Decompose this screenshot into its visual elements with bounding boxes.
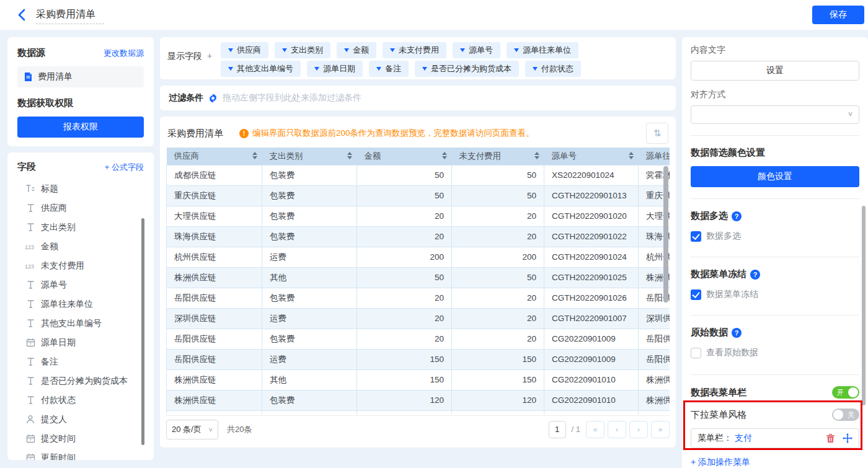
- column-header[interactable]: 未支付费用: [452, 148, 544, 165]
- datasource-item[interactable]: 费用清单: [17, 66, 144, 87]
- field-item[interactable]: 源单往来单位: [17, 294, 144, 314]
- sort-arrows-icon[interactable]: [347, 152, 352, 159]
- display-field-chip[interactable]: 源单往来单位: [507, 42, 578, 58]
- align-select[interactable]: ˅: [691, 105, 859, 124]
- display-field-chip[interactable]: 付款状态: [525, 61, 581, 77]
- field-item[interactable]: 备注: [17, 352, 144, 371]
- display-field-chip[interactable]: 备注: [369, 61, 409, 77]
- move-icon[interactable]: [843, 433, 852, 443]
- gear-icon[interactable]: [208, 94, 218, 103]
- field-item[interactable]: 供应商: [17, 198, 144, 218]
- content-text-settings-button[interactable]: 设置: [691, 61, 859, 81]
- table-row[interactable]: 重庆供应链包装费5050CGTH20220901013重庆供应链: [167, 185, 670, 206]
- add-formula-field-link[interactable]: + 公式字段: [105, 162, 144, 173]
- field-item[interactable]: 是否已分摊为购货成本: [17, 371, 144, 391]
- prev-page-button[interactable]: ‹: [608, 421, 626, 438]
- table-row[interactable]: 岳阳供应链包装费2020CG20220901009岳阳供应链: [167, 329, 670, 349]
- display-field-chip[interactable]: 支出类别: [275, 42, 330, 58]
- sort-arrows-icon[interactable]: [629, 152, 634, 159]
- menu-freeze-checkbox[interactable]: 数据菜单冻结: [691, 289, 859, 300]
- table-row[interactable]: 杭州供应链运费200200CGTH20220901024杭州供应链: [167, 247, 670, 267]
- field-item[interactable]: 其他支出单编号: [17, 314, 144, 333]
- table-vertical-scrollbar[interactable]: [663, 166, 668, 302]
- sort-arrows-icon[interactable]: [534, 152, 539, 159]
- chevron-down-icon: [344, 48, 349, 52]
- raw-data-checkbox[interactable]: 查看原始数据: [691, 347, 859, 358]
- display-field-chip[interactable]: 供应商: [221, 42, 268, 58]
- field-item[interactable]: 7源单日期: [17, 333, 144, 352]
- display-field-chip[interactable]: 是否已分摊为购货成本: [415, 61, 519, 77]
- field-item[interactable]: 支出类别: [17, 218, 144, 237]
- last-page-button[interactable]: »: [651, 421, 670, 438]
- table-row-clipped: [167, 410, 670, 414]
- field-item[interactable]: 7提交时间: [17, 429, 144, 448]
- display-field-chip[interactable]: 金额: [337, 42, 376, 58]
- table-cell: 株洲供应链: [639, 369, 670, 390]
- next-page-button[interactable]: ›: [629, 421, 648, 438]
- column-header[interactable]: 源单号: [544, 148, 639, 165]
- filter-panel[interactable]: 过滤条件 拖动左侧字段到此处来添加过滤条件: [160, 86, 676, 110]
- table-cell: 20: [357, 226, 452, 247]
- table-row[interactable]: 株洲供应链包装费120120CG20220901010株洲供应链: [167, 390, 670, 410]
- page-size-select[interactable]: 20 条/页 ˅: [166, 420, 218, 439]
- dropdown-style-toggle-off[interactable]: 关: [832, 408, 859, 421]
- report-designer-app: 采购费用清单 保存 数据源 更改数据源 费用清单 数据获取权限 报表权限 字段 …: [0, 0, 868, 468]
- table-row[interactable]: 成都供应链包装费5050XS20220901024蓂霍材料: [167, 165, 670, 185]
- help-icon[interactable]: ?: [732, 328, 742, 338]
- column-header[interactable]: 金额: [357, 148, 452, 165]
- field-item[interactable]: 源单号: [17, 275, 144, 294]
- table-row[interactable]: 大理供应链包装费2020CGTH20220901020大理供应链: [167, 206, 670, 226]
- field-item[interactable]: 123未支付费用: [17, 256, 144, 275]
- change-datasource-link[interactable]: 更改数据源: [104, 48, 144, 59]
- table-row[interactable]: 株洲供应链其他5050CGTH20220901025株洲供应链: [167, 267, 670, 288]
- column-header-label: 源单往来单位: [646, 151, 670, 161]
- help-icon[interactable]: ?: [750, 270, 760, 280]
- sort-arrows-icon[interactable]: [252, 152, 257, 159]
- sort-icon[interactable]: ⇅: [646, 123, 668, 144]
- properties-scrollbar[interactable]: [862, 206, 866, 405]
- back-icon[interactable]: [16, 8, 29, 22]
- field-item[interactable]: 标题: [17, 179, 144, 198]
- display-field-chip[interactable]: 源单日期: [307, 61, 363, 77]
- text-icon: [25, 357, 36, 366]
- sort-arrows-icon[interactable]: [442, 152, 447, 159]
- field-item[interactable]: 提交人: [17, 410, 144, 429]
- display-field-chip[interactable]: 其他支出单编号: [221, 61, 301, 77]
- table-row[interactable]: 岳阳供应链运费150150CG20220901009岳阳供应链: [167, 349, 670, 369]
- field-item[interactable]: 123金额: [17, 237, 144, 256]
- color-settings-button[interactable]: 颜色设置: [691, 166, 859, 187]
- report-permission-button[interactable]: 报表权限: [17, 117, 144, 138]
- chip-label: 金额: [353, 45, 369, 56]
- multi-select-checkbox[interactable]: 数据多选: [691, 231, 859, 242]
- table-row[interactable]: 株洲供应链其他150150CG20220901010株洲供应链: [167, 369, 670, 390]
- display-field-chip[interactable]: 源单号: [453, 42, 500, 58]
- table-cell: 20: [357, 206, 452, 226]
- menu-bar-item[interactable]: 菜单栏： 支付: [691, 428, 859, 448]
- table-cell: 岳阳供应链: [167, 288, 262, 308]
- first-page-button[interactable]: «: [586, 421, 604, 438]
- column-header[interactable]: 支出类别: [262, 148, 357, 165]
- trash-icon[interactable]: [826, 433, 835, 443]
- table-cell: CGTH20220901025: [544, 267, 639, 288]
- column-header[interactable]: 供应商: [167, 148, 262, 165]
- warning-text: 编辑界面只取数据源前200条作为查询数据预览，完整数据请访问页面查看。: [252, 128, 534, 139]
- display-field-chip[interactable]: 未支付费用: [383, 42, 446, 58]
- table-cell: 包装费: [262, 206, 357, 226]
- field-item[interactable]: 付款状态: [17, 391, 144, 410]
- fields-scrollbar[interactable]: [141, 218, 144, 445]
- table-menu-toggle-on[interactable]: 开: [832, 386, 859, 399]
- page-number-input[interactable]: [549, 421, 566, 438]
- table-row[interactable]: 深圳供应链运费2020CGTH20220901007深圳供应链: [167, 308, 670, 329]
- help-icon[interactable]: ?: [732, 211, 742, 221]
- table-row[interactable]: 珠海供应链包装费2020CGTH20220901022珠海供应链: [167, 226, 670, 247]
- menu-bar-value[interactable]: 支付: [735, 433, 752, 444]
- chevron-down-icon: [228, 67, 233, 71]
- field-item[interactable]: 7更新时间: [17, 448, 144, 460]
- save-button[interactable]: 保存: [812, 6, 864, 24]
- table-row[interactable]: 岳阳供应链包装费2020CGTH20220901026岳阳供应链: [167, 288, 670, 308]
- add-action-menu-link[interactable]: + 添加操作菜单: [691, 457, 859, 468]
- add-display-field-button[interactable]: +: [207, 51, 212, 61]
- table-cell: 深圳供应链: [167, 308, 262, 329]
- chevron-down-icon: [533, 67, 538, 71]
- column-header[interactable]: 源单往来单位: [639, 148, 670, 165]
